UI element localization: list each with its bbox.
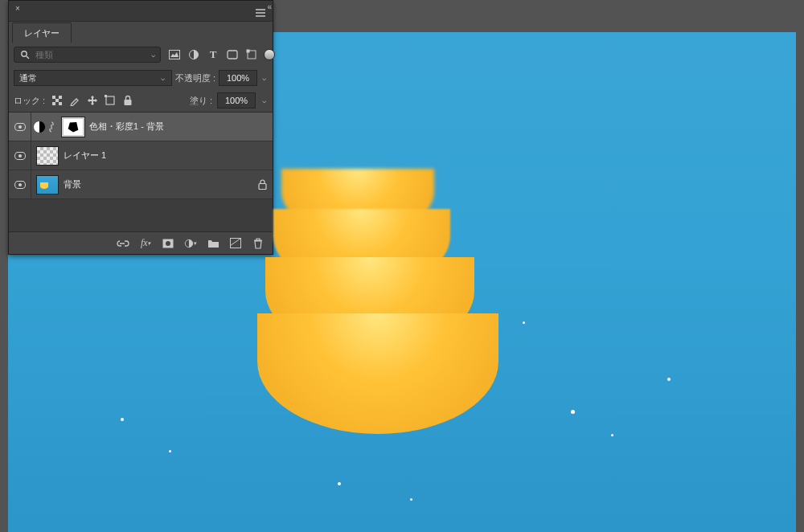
visibility-toggle[interactable] (9, 141, 31, 170)
new-group-icon[interactable] (207, 237, 219, 250)
layer-row[interactable]: 背景 (9, 170, 273, 199)
layer-name[interactable]: 背景 (64, 178, 81, 190)
layer-name[interactable]: 色相・彩度1 - 背景 (89, 121, 164, 133)
image-content (571, 410, 575, 414)
svg-rect-13 (106, 96, 114, 104)
image-content (338, 482, 341, 485)
svg-rect-4 (228, 51, 237, 59)
fill-input[interactable]: 100% (217, 92, 256, 108)
smartobject-filter-icon[interactable] (244, 47, 259, 62)
lock-artboard-icon[interactable] (103, 93, 117, 108)
type-filter-icon[interactable]: T (206, 47, 220, 62)
panel-footer: fx▾ ▾ (9, 231, 273, 254)
tab-layers[interactable]: レイヤー (12, 23, 72, 43)
svg-rect-16 (259, 184, 266, 190)
lock-pixels-icon[interactable] (68, 93, 82, 108)
image-filter-icon[interactable] (167, 47, 182, 62)
eye-icon (14, 181, 26, 189)
image-content (169, 450, 171, 452)
opacity-input[interactable]: 100% (219, 70, 257, 86)
visibility-toggle[interactable] (9, 170, 31, 198)
panel-menu-icon[interactable] (253, 6, 268, 20)
lock-position-icon[interactable] (85, 93, 100, 108)
image-content (410, 498, 412, 501)
chevron-down-icon[interactable]: ⌵ (150, 51, 157, 59)
blend-mode-select[interactable]: 通常 ⌵ (14, 70, 172, 86)
eye-icon (14, 123, 26, 131)
chevron-down-icon[interactable]: ⌵ (260, 96, 268, 104)
svg-rect-10 (55, 99, 59, 102)
svg-rect-12 (59, 102, 62, 105)
layer-row[interactable]: 色相・彩度1 - 背景 (9, 113, 273, 141)
svg-rect-8 (52, 96, 55, 99)
add-mask-icon[interactable] (162, 237, 174, 250)
svg-line-1 (27, 56, 29, 59)
delete-layer-icon[interactable] (252, 237, 265, 250)
svg-rect-14 (105, 95, 107, 97)
close-icon[interactable]: × (12, 2, 23, 14)
layer-row[interactable]: レイヤー 1 (9, 141, 273, 170)
chevron-down-icon[interactable]: ⌵ (260, 74, 268, 82)
new-layer-icon[interactable] (229, 237, 242, 250)
adjustment-filter-icon[interactable] (187, 47, 201, 62)
layer-list-empty (9, 199, 273, 231)
visibility-toggle[interactable] (9, 113, 31, 141)
svg-rect-9 (59, 96, 62, 99)
layer-mask-thumbnail[interactable] (62, 117, 84, 137)
layer-thumbnail[interactable] (36, 175, 59, 194)
search-icon (18, 47, 32, 62)
panel-body: ⌵ T 通常 ⌵ (9, 43, 273, 110)
adjustment-icon (31, 121, 47, 133)
layers-panel: × « レイヤー ⌵ T (8, 0, 273, 255)
link-mask-icon[interactable] (47, 121, 57, 133)
svg-rect-11 (52, 102, 55, 105)
svg-point-0 (22, 51, 27, 56)
panel-header: × « (9, 1, 273, 22)
eye-icon (14, 152, 26, 160)
lock-transparent-icon[interactable] (50, 93, 64, 108)
shape-filter-icon[interactable] (225, 47, 240, 62)
image-content (121, 418, 124, 421)
lock-label: ロック : (14, 95, 45, 107)
layer-filter-select[interactable]: ⌵ (14, 47, 161, 63)
blend-mode-value: 通常 (19, 72, 37, 84)
fill-label: 塗り : (190, 95, 212, 107)
link-layers-icon[interactable] (117, 237, 129, 250)
layer-thumbnail[interactable] (36, 146, 59, 166)
image-content (257, 313, 498, 434)
svg-rect-2 (170, 51, 180, 59)
layer-effects-icon[interactable]: fx▾ (139, 237, 152, 250)
panel-tabs: レイヤー (9, 22, 273, 43)
layer-list: 色相・彩度1 - 背景 レイヤー 1 背景 (9, 112, 273, 231)
image-content (611, 434, 613, 436)
filter-toggle[interactable] (264, 49, 275, 60)
svg-rect-6 (247, 50, 250, 53)
lock-all-icon[interactable] (121, 93, 135, 108)
lock-icon (256, 179, 268, 190)
chevron-down-icon: ⌵ (159, 74, 166, 82)
opacity-label: 不透明度 : (175, 72, 215, 84)
svg-rect-15 (125, 100, 132, 105)
layer-name[interactable]: レイヤー 1 (64, 149, 106, 162)
svg-point-18 (166, 241, 170, 246)
new-adjustment-icon[interactable]: ▾ (184, 237, 197, 250)
image-content (523, 321, 525, 324)
layer-filter-input[interactable] (35, 50, 146, 59)
image-content (667, 378, 671, 381)
